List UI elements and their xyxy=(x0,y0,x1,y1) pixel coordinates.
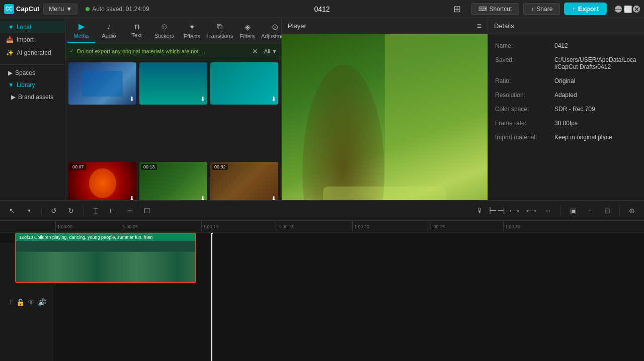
spaces-arrow-icon: ▶ xyxy=(8,69,13,76)
adjustment-tab-icon: ⊙ xyxy=(272,22,278,32)
maximize-button[interactable]: ⬜ xyxy=(624,6,631,13)
shortcut-icon: ⌨ xyxy=(478,6,487,13)
notif-all-button[interactable]: All ▼ xyxy=(264,48,277,54)
tab-transitions[interactable]: ⧉ Transitions xyxy=(206,19,233,42)
select-tool-dropdown[interactable]: ▼ xyxy=(22,204,36,218)
select-tool-button[interactable]: ↖ xyxy=(5,204,19,218)
sidebar-item-spaces[interactable]: ▶ Spaces xyxy=(0,67,65,79)
player-header: Player ≡ xyxy=(282,18,488,34)
clip-thumbnail xyxy=(16,252,195,282)
zoom-out-btn[interactable]: − xyxy=(583,204,597,218)
sidebar-item-brand[interactable]: ▶ Brand assets xyxy=(0,91,65,103)
minimize-button[interactable]: — xyxy=(615,6,622,13)
time-badge-6: 00:32 xyxy=(212,164,228,170)
audio-btn[interactable]: 🎙 xyxy=(473,204,487,218)
toolbar-separator-3 xyxy=(560,206,561,216)
download-icon-1: ⬇ xyxy=(129,96,134,103)
transitions-tab-icon: ⧉ xyxy=(217,22,222,31)
media-tab-icon: ▶ xyxy=(78,22,85,31)
sidebar-item-local[interactable]: ▼ Local xyxy=(0,21,65,33)
share-icon: ↑ xyxy=(531,6,534,13)
project-title: 0412 xyxy=(314,5,330,13)
detail-ratio: Ratio: Original xyxy=(495,77,637,84)
ruler-mark-6: 1:00:30 xyxy=(503,221,520,232)
ruler-mark-2: 1:00:10 xyxy=(201,221,218,232)
import-button[interactable]: 📥 Import xyxy=(0,33,65,46)
timeline-ruler: 1:00:00 1:00:05 1:00:10 1:00:15 1:00:20 … xyxy=(0,221,644,233)
tab-media[interactable]: ▶ Media xyxy=(67,19,95,43)
media-item-2[interactable]: ⬇ xyxy=(139,62,207,105)
ruler-mark-4: 1:00:20 xyxy=(352,221,369,232)
export-button[interactable]: ↑ Export xyxy=(564,3,607,15)
detail-color-space: Color space: SDR - Rec.709 xyxy=(495,106,637,113)
media-item-5[interactable]: 00:13 ⬇ xyxy=(139,162,207,204)
media-tabs: ▶ Media ♪ Audio TI Text ☺ Stickers ✦ Eff… xyxy=(65,18,281,43)
ai-generated-button[interactable]: ✨ AI generated xyxy=(0,46,65,59)
track-visible-icon[interactable]: 👁 xyxy=(28,298,35,306)
details-header: Details xyxy=(488,18,644,34)
detail-resolution: Resolution: Adapted xyxy=(495,92,637,99)
tab-audio[interactable]: ♪ Audio xyxy=(95,19,123,42)
logo-icon: CC xyxy=(4,4,14,14)
timeline-toolbar-right: 🎙 ⊢⊣ ⟷ ⟷ ↔ ▣ − ⊟ ⊕ xyxy=(473,204,639,218)
media-item-4[interactable]: 00:07 ⬇ xyxy=(68,162,136,204)
autosave-indicator: Auto saved: 01:24:09 xyxy=(86,6,149,13)
media-item-1[interactable]: ⬇ xyxy=(68,62,136,105)
trim-left-button[interactable]: ⊢ xyxy=(106,204,120,218)
playhead[interactable] xyxy=(211,233,212,361)
player-menu-icon[interactable]: ≡ xyxy=(477,22,481,31)
track-text-icon[interactable]: T xyxy=(9,298,13,306)
share-button[interactable]: ↑ Share xyxy=(523,3,560,15)
delete-button[interactable]: ☐ xyxy=(140,204,154,218)
track-lock-icon[interactable]: 🔒 xyxy=(16,298,25,306)
clip-label: 16of18 Children playing, dancing, young … xyxy=(16,234,195,241)
tab-effects[interactable]: ✦ Effects xyxy=(178,19,206,42)
ruler-mark-3: 1:00:15 xyxy=(277,221,294,232)
insert-btn[interactable]: ⟷ xyxy=(524,204,538,218)
split-button[interactable]: ⌶ xyxy=(89,204,103,218)
main-track-btn[interactable]: ⊢⊣ xyxy=(490,204,504,218)
export-icon: ↑ xyxy=(572,5,576,13)
timeline: ↖ ▼ ↺ ↻ ⌶ ⊢ ⊣ ☐ 🎙 ⊢⊣ ⟷ ⟷ ↔ ▣ − ⊟ ⊕ 1:00:… xyxy=(0,200,644,361)
media-item-3[interactable]: ⬇ xyxy=(210,62,278,105)
video-clip[interactable]: ✏ Cover 16of18 Children playing, dancing… xyxy=(15,233,196,283)
tab-filters[interactable]: ◈ Filters xyxy=(233,19,261,42)
notif-close-button[interactable]: ✕ xyxy=(252,47,258,55)
ruler-mark-1: 1:00:05 xyxy=(121,221,138,232)
audio-track-btn[interactable]: ⟷ xyxy=(507,204,521,218)
toolbar-separator-4 xyxy=(619,206,620,216)
text-tab-icon: TI xyxy=(134,23,140,31)
replace-btn[interactable]: ↔ xyxy=(541,204,555,218)
resolution-icon: ⊞ xyxy=(453,4,461,15)
add-track-btn[interactable]: ⊕ xyxy=(625,204,639,218)
menu-button[interactable]: Menu ▼ xyxy=(43,4,77,15)
brand-arrow-icon: ▶ xyxy=(11,94,16,101)
stickers-tab-icon: ☺ xyxy=(160,22,168,31)
audio-tab-icon: ♪ xyxy=(107,22,111,31)
trim-right-button[interactable]: ⊣ xyxy=(123,204,137,218)
ruler-mark-5: 1:00:25 xyxy=(428,221,445,232)
zoom-range-btn[interactable]: ⊟ xyxy=(600,204,614,218)
tab-text[interactable]: TI Text xyxy=(123,20,150,41)
time-badge-5: 00:13 xyxy=(141,164,157,170)
detail-frame-rate: Frame rate: 30.00fps xyxy=(495,120,637,127)
undo-button[interactable]: ↺ xyxy=(47,204,61,218)
shortcut-button[interactable]: ⌨ Shortcut xyxy=(471,3,520,15)
track-audio-icon[interactable]: 🔊 xyxy=(38,298,46,306)
tab-stickers[interactable]: ☺ Stickers xyxy=(150,19,178,42)
ai-icon: ✨ xyxy=(6,49,14,56)
effects-tab-icon: ✦ xyxy=(189,22,195,32)
app-name: CapCut xyxy=(16,5,39,13)
notif-check-icon: ✓ xyxy=(69,48,74,54)
download-icon-2: ⬇ xyxy=(200,96,205,103)
close-button[interactable]: ✕ xyxy=(633,6,640,13)
timeline-toolbar: ↖ ▼ ↺ ↻ ⌶ ⊢ ⊣ ☐ 🎙 ⊢⊣ ⟷ ⟷ ↔ ▣ − ⊟ ⊕ xyxy=(0,201,644,221)
edit1-btn[interactable]: ▣ xyxy=(566,204,580,218)
library-arrow-icon: ▼ xyxy=(8,81,14,88)
media-item-6[interactable]: 00:32 ⬇ xyxy=(210,162,278,204)
topbar-right: ⊞ | ⌨ Shortcut ↑ Share ↑ Export — ⬜ ✕ xyxy=(453,3,640,15)
player-title: Player xyxy=(288,22,306,30)
redo-button[interactable]: ↻ xyxy=(64,204,78,218)
notification-bar: ✓ Do not export any original materials w… xyxy=(65,43,281,59)
sidebar-item-library[interactable]: ▼ Library xyxy=(0,79,65,91)
